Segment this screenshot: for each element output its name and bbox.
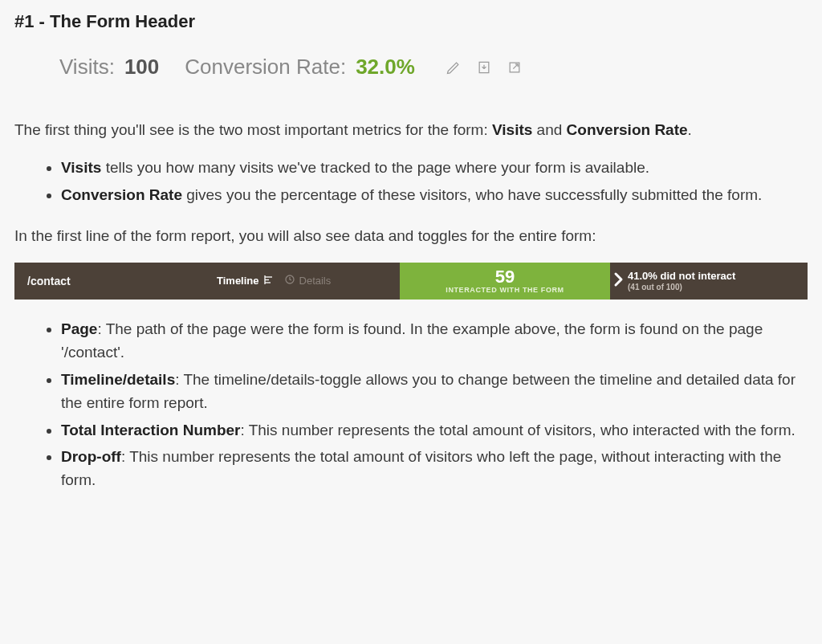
intro-paragraph: The first thing you'll see is the two mo… bbox=[14, 118, 808, 141]
interacted-caption: INTERACTED WITH THE FORM bbox=[446, 287, 564, 294]
between-paragraph: In the first line of the form report, yo… bbox=[14, 224, 808, 247]
visits-value: 100 bbox=[124, 55, 159, 79]
desc-page: : The path of the page were the form is … bbox=[61, 320, 763, 361]
timeline-toggle[interactable]: Timeline bbox=[217, 275, 274, 287]
term-conversion: Conversion Rate bbox=[61, 186, 182, 203]
definitions-list-2: Page: The path of the page were the form… bbox=[14, 317, 808, 492]
intro-text-pre: The first thing you'll see is the two mo… bbox=[14, 121, 492, 138]
section-heading: #1 - The Form Header bbox=[14, 11, 808, 32]
list-item: Total Interaction Number: This number re… bbox=[61, 418, 808, 442]
dropoff-panel[interactable]: 41.0% did not interact (41 out of 100) bbox=[610, 263, 808, 300]
pencil-icon[interactable] bbox=[446, 59, 462, 75]
external-link-icon[interactable] bbox=[507, 59, 523, 75]
timeline-label: Timeline bbox=[217, 275, 259, 287]
list-item: Timeline/details: The timeline/details-t… bbox=[61, 368, 808, 415]
interacted-panel: 59 INTERACTED WITH THE FORM bbox=[400, 263, 610, 300]
chevron-right-icon bbox=[610, 271, 628, 291]
term-timeline: Timeline/details bbox=[61, 371, 175, 388]
desc-dropoff: : This number represents the total amoun… bbox=[61, 448, 781, 488]
list-item: Visits tells you how many visits we've t… bbox=[61, 156, 808, 179]
definitions-list-1: Visits tells you how many visits we've t… bbox=[14, 156, 808, 206]
conversion-value: 32.0% bbox=[356, 55, 415, 79]
list-item: Conversion Rate gives you the percentage… bbox=[61, 183, 808, 206]
conversion-label: Conversion Rate: bbox=[185, 55, 346, 79]
report-bar-left: /contact Timeline Details bbox=[14, 263, 400, 300]
term-visits: Visits bbox=[61, 159, 101, 176]
form-report-bar: /contact Timeline Details 59 INTERACTED … bbox=[14, 263, 808, 300]
dropoff-text: 41.0% did not interact (41 out of 100) bbox=[628, 270, 735, 292]
intro-bold-visits: Visits bbox=[492, 121, 532, 138]
desc-conversion: gives you the percentage of these visito… bbox=[182, 186, 762, 203]
desc-visits: tells you how many visits we've tracked … bbox=[101, 159, 649, 176]
page-path: /contact bbox=[27, 275, 71, 287]
list-item: Drop-off: This number represents the tot… bbox=[61, 445, 808, 492]
details-toggle[interactable]: Details bbox=[285, 275, 332, 287]
desc-total: : This number represents the total amoun… bbox=[240, 422, 795, 438]
term-dropoff: Drop-off bbox=[61, 448, 121, 465]
timeline-details-toggle[interactable]: Timeline Details bbox=[217, 275, 331, 287]
term-page: Page bbox=[61, 320, 97, 337]
dropoff-line1: 41.0% did not interact bbox=[628, 270, 735, 283]
download-icon[interactable] bbox=[476, 59, 492, 75]
dropoff-line2: (41 out of 100) bbox=[628, 283, 735, 292]
clock-icon bbox=[285, 275, 295, 287]
interacted-value: 59 bbox=[495, 267, 515, 286]
metrics-row: Visits: 100 Conversion Rate: 32.0% bbox=[14, 50, 808, 84]
intro-bold-conversion: Conversion Rate bbox=[567, 121, 688, 138]
list-item: Page: The path of the page were the form… bbox=[61, 317, 808, 365]
timeline-icon bbox=[264, 275, 274, 287]
details-label: Details bbox=[299, 275, 332, 287]
intro-text-post: . bbox=[688, 121, 692, 138]
visits-label: Visits: bbox=[59, 55, 115, 79]
intro-text-mid: and bbox=[532, 121, 566, 138]
term-total: Total Interaction Number bbox=[61, 422, 240, 438]
